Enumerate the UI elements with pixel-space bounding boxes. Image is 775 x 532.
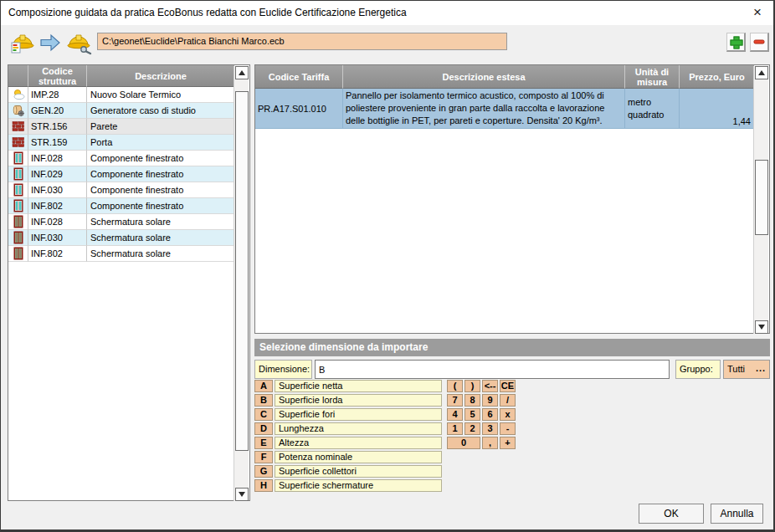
dimension-key: B [254, 394, 273, 407]
tariff-panel: Codice Tariffa Descrizione estesa Unità … [254, 64, 770, 334]
cancel-button[interactable]: Annulla [711, 504, 763, 524]
keypad-key-CE[interactable]: CE [500, 380, 516, 392]
tariff-unit: metro quadrato [625, 89, 680, 128]
structure-row[interactable]: GEN.20Generatore caso di studio [8, 103, 234, 119]
structure-row[interactable]: INF.028Componente finestrato [8, 151, 234, 166]
dimension-input[interactable] [315, 360, 670, 379]
keypad-key-1[interactable]: 1 [447, 422, 463, 435]
keypad-key-x[interactable]: x [500, 408, 516, 421]
scroll-down-button[interactable] [235, 488, 249, 501]
tariff-row[interactable]: PR.A17.S01.010Pannello per isolamento te… [255, 89, 754, 129]
structure-row[interactable]: IMP.28Nuovo Solare Termico [8, 87, 234, 103]
scrollbar-thumb[interactable] [755, 160, 768, 235]
selection-section-header: Selezione dimensione da importare [254, 339, 770, 356]
dimension-list-item[interactable]: ASuperficie netta [254, 380, 447, 392]
structure-row[interactable]: INF.030Componente finestrato [8, 182, 234, 198]
structures-table-body: IMP.28Nuovo Solare TermicoGEN.20Generato… [8, 87, 234, 262]
structure-code: STR.156 [28, 119, 87, 135]
dimension-list-item[interactable]: DLunghezza [254, 422, 447, 435]
blue-right-arrow-icon [39, 33, 61, 54]
structure-code: INF.030 [28, 230, 87, 246]
structure-row[interactable]: INF.802Componente finestrato [8, 198, 234, 214]
structure-description: Nuovo Solare Termico [87, 87, 234, 103]
keypad-key-8[interactable]: 8 [464, 394, 480, 407]
scroll-down-button[interactable] [755, 320, 768, 334]
triangle-down-icon [239, 492, 245, 497]
keypad-key-0[interactable]: 0 [447, 437, 480, 449]
calculator-keypad: ()<--CE789/456x123-0,+ [447, 380, 519, 451]
column-header-unita-di-misura: Unità di misura [625, 65, 680, 89]
dimension-name: Superficie lorda [275, 394, 442, 407]
keypad-key-7[interactable]: 7 [447, 394, 463, 407]
generator-icon [8, 103, 28, 119]
group-more-button[interactable]: ... [754, 361, 767, 378]
structure-description: Generatore caso di studio [87, 103, 234, 119]
hardhat-search-icon[interactable] [64, 28, 93, 57]
dimension-list-item[interactable]: FPotenza nominale [254, 451, 447, 463]
group-combo[interactable]: Tutti ... [723, 360, 770, 379]
dimension-name: Superficie collettori [275, 465, 442, 478]
keypad-key-<--[interactable]: <-- [482, 380, 498, 392]
dimension-name: Superficie fori [275, 408, 442, 421]
structure-code: IMP.28 [28, 87, 87, 103]
structure-code: INF.030 [28, 182, 87, 198]
keypad-row: 0,+ [447, 437, 519, 449]
structure-code: INF.802 [28, 198, 87, 214]
structure-row[interactable]: STR.159Porta [8, 135, 234, 151]
structure-description: Componente finestrato [87, 198, 234, 214]
dimension-key: A [254, 380, 273, 392]
window-icon [8, 151, 28, 166]
dimension-key: G [254, 465, 273, 478]
tariff-scrollbar[interactable] [753, 66, 768, 334]
remove-button[interactable] [750, 33, 769, 52]
keypad-key-)[interactable]: ) [464, 380, 480, 392]
dimension-list-item[interactable]: GSuperficie collettori [254, 465, 447, 478]
keypad-key-/[interactable]: / [500, 394, 516, 407]
ok-button[interactable]: OK [639, 504, 704, 524]
keypad-key--[interactable]: - [500, 422, 516, 435]
dimension-key: D [254, 422, 273, 435]
triangle-down-icon [758, 325, 765, 330]
dimension-list-item[interactable]: HSuperficie schermature [254, 479, 447, 492]
keypad-key-3[interactable]: 3 [482, 422, 498, 435]
structure-row[interactable]: INF.028Schermatura solare [8, 214, 234, 230]
ecobonus-dialog: Composizione guidata da pratica EcoBonus… [0, 0, 775, 532]
keypad-key-5[interactable]: 5 [464, 408, 480, 421]
keypad-key-+[interactable]: + [500, 437, 516, 449]
structure-description: Porta [87, 135, 234, 151]
window-icon [8, 166, 28, 182]
shutter-icon [8, 246, 28, 262]
shutter-icon [8, 214, 28, 230]
structure-code: STR.159 [28, 135, 87, 151]
tariff-code: PR.A17.S01.010 [255, 89, 343, 128]
scroll-up-button[interactable] [755, 66, 768, 79]
practice-path-field[interactable]: C:\geonet\Euclide\Pratica Bianchi Marco.… [97, 33, 507, 50]
dimension-key: H [254, 479, 273, 492]
structure-row[interactable]: INF.030Schermatura solare [8, 230, 234, 246]
scroll-up-button[interactable] [235, 66, 249, 79]
structure-row[interactable]: STR.156Parete [8, 119, 234, 135]
keypad-row: ()<--CE [447, 380, 519, 392]
dimension-key: C [254, 408, 273, 421]
dimension-list-item[interactable]: BSuperficie lorda [254, 394, 447, 407]
hardhat-certificate-icon[interactable] [9, 28, 36, 57]
add-button[interactable] [726, 33, 746, 52]
plus-icon [731, 37, 742, 48]
structure-description: Schermatura solare [87, 230, 234, 246]
structure-row[interactable]: INF.029Componente finestrato [8, 166, 234, 182]
dimension-label: Dimensione: [254, 360, 312, 379]
keypad-key-2[interactable]: 2 [464, 422, 480, 435]
structure-row[interactable]: INF.802Schermatura solare [8, 246, 234, 262]
keypad-key-,[interactable]: , [482, 437, 498, 449]
keypad-key-6[interactable]: 6 [482, 408, 498, 421]
dimension-list-item[interactable]: EAltezza [254, 437, 447, 449]
structures-scrollbar[interactable] [234, 66, 249, 501]
keypad-key-9[interactable]: 9 [482, 394, 498, 407]
dimension-list-item[interactable]: CSuperficie fori [254, 408, 447, 421]
scrollbar-thumb[interactable] [235, 91, 249, 451]
keypad-key-([interactable]: ( [447, 380, 463, 392]
structure-code: INF.802 [28, 246, 87, 262]
structure-code: INF.028 [28, 214, 87, 230]
keypad-key-4[interactable]: 4 [447, 408, 463, 421]
close-button[interactable]: × [748, 3, 767, 22]
